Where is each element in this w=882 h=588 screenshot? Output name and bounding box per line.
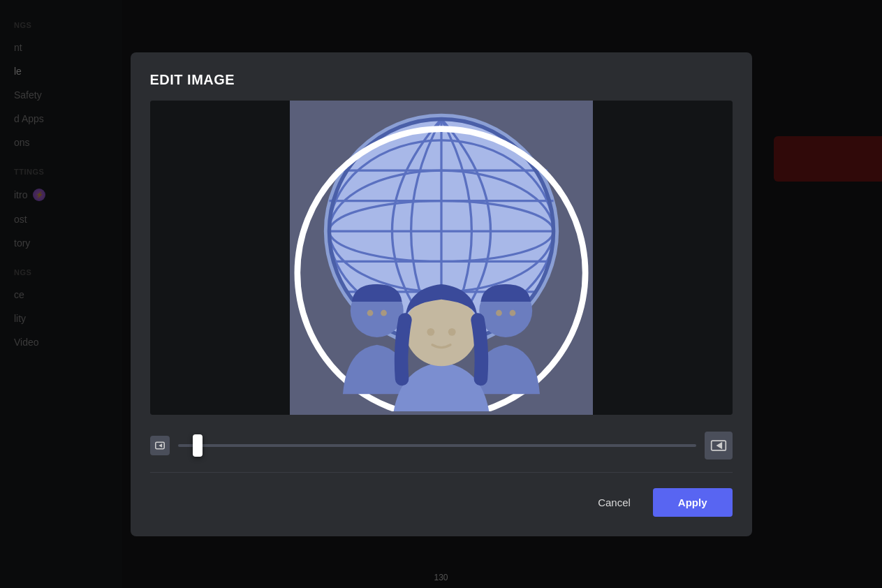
dark-panel-right bbox=[593, 101, 733, 415]
svg-point-19 bbox=[381, 309, 387, 316]
svg-point-21 bbox=[509, 309, 515, 316]
svg-point-16 bbox=[427, 328, 434, 335]
image-editor-area[interactable] bbox=[150, 101, 733, 415]
cancel-button[interactable]: Cancel bbox=[585, 490, 643, 515]
modal-title: EDIT IMAGE bbox=[150, 72, 733, 88]
dark-panel-left bbox=[150, 101, 290, 415]
apply-button[interactable]: Apply bbox=[653, 488, 733, 517]
modal-overlay: EDIT IMAGE bbox=[0, 0, 882, 588]
slider-section bbox=[150, 415, 733, 465]
zoom-in-icon bbox=[705, 432, 733, 460]
page-hint: 130 bbox=[434, 573, 448, 582]
modal-footer: Cancel Apply bbox=[150, 472, 733, 517]
zoom-slider[interactable] bbox=[178, 444, 696, 447]
svg-point-18 bbox=[367, 309, 373, 316]
edit-image-modal: EDIT IMAGE bbox=[131, 52, 752, 536]
svg-point-17 bbox=[448, 328, 455, 335]
zoom-out-icon bbox=[150, 436, 170, 455]
svg-point-20 bbox=[496, 309, 502, 316]
image-content bbox=[290, 101, 593, 415]
globe-community-illustration bbox=[290, 104, 593, 411]
